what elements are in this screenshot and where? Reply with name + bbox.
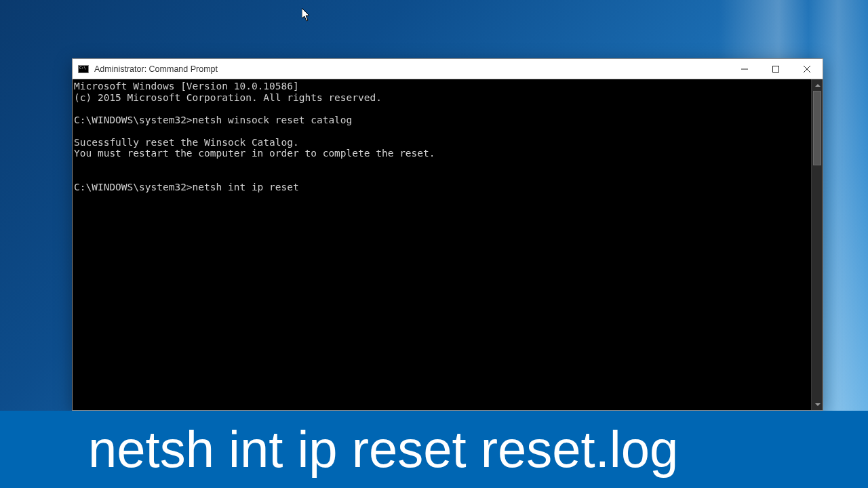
scroll-thumb[interactable] — [813, 91, 821, 165]
vertical-scrollbar[interactable] — [811, 79, 823, 410]
caption-text: netsh int ip reset reset.log — [88, 424, 678, 475]
mouse-cursor-icon — [302, 8, 311, 22]
caption-strip: netsh int ip reset reset.log — [0, 411, 868, 488]
titlebar[interactable]: Administrator: Command Prompt — [73, 59, 823, 79]
maximize-button[interactable] — [760, 59, 791, 79]
console-output[interactable]: Microsoft Windows [Version 10.0.10586] (… — [73, 79, 811, 410]
command-prompt-window: Administrator: Command Prompt Microsoft … — [72, 58, 823, 411]
scroll-up-icon[interactable] — [812, 79, 823, 91]
window-title: Administrator: Command Prompt — [94, 64, 218, 74]
client-area: Microsoft Windows [Version 10.0.10586] (… — [73, 79, 823, 410]
cmd-icon — [78, 65, 89, 73]
svg-rect-0 — [773, 66, 779, 72]
minimize-button[interactable] — [729, 59, 760, 79]
close-button[interactable] — [791, 59, 823, 79]
scroll-down-icon[interactable] — [812, 399, 823, 410]
